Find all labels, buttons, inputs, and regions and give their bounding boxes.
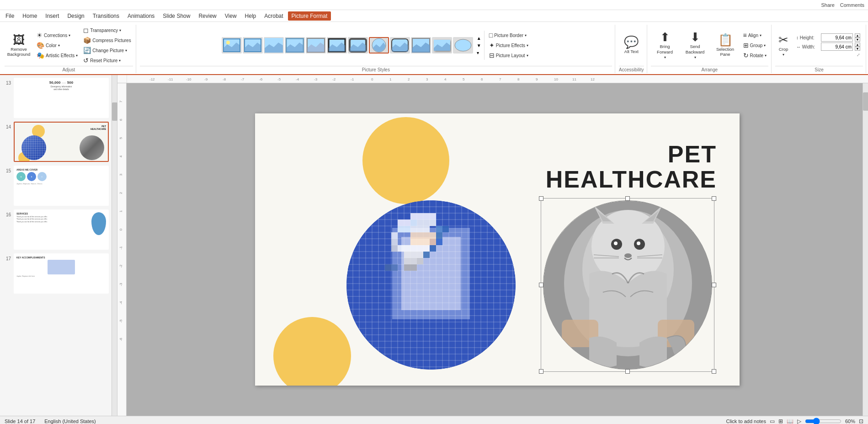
width-spin-down[interactable]: ▼: [855, 47, 860, 51]
style-thumb-7[interactable]: [348, 37, 368, 54]
notes-label[interactable]: Click to add notes: [726, 419, 766, 424]
compress-pictures-button[interactable]: 📦 Compress Pictures: [81, 36, 133, 45]
slide-item-15[interactable]: 15 AREAS WE COVER A B C Jupiter, Neptune…: [2, 165, 110, 207]
svg-rect-155: [410, 264, 417, 271]
artistic-effects-button[interactable]: 🎭 Artistic Effects ▾: [35, 51, 80, 60]
view-normal-icon[interactable]: ▭: [770, 418, 775, 424]
styles-more[interactable]: ▾: [476, 49, 482, 56]
style-thumb-5[interactable]: [306, 37, 326, 54]
picture-layout-button[interactable]: ⊟ Picture Layout ▾: [487, 51, 530, 60]
slide-thumb-16[interactable]: SERVICES Thank you can list all the serv…: [14, 209, 109, 250]
svg-text:7: 7: [499, 77, 501, 81]
svg-rect-143: [398, 245, 404, 252]
svg-text:1: 1: [389, 77, 392, 81]
svg-rect-116: [410, 213, 417, 220]
crop-button[interactable]: ✂ Crop ▾: [775, 33, 792, 58]
slide-canvas[interactable]: PETHEALTHCARE: [255, 113, 740, 386]
cat-circle-right[interactable]: [543, 200, 712, 370]
style-thumb-10[interactable]: [411, 37, 431, 54]
color-button[interactable]: 🎨 Color ▾: [35, 41, 80, 50]
slide-number-15: 15: [3, 166, 11, 173]
menu-animations[interactable]: Animations: [124, 11, 158, 21]
height-input[interactable]: [821, 33, 853, 42]
send-backward-button[interactable]: ⬇ Send Backward ▾: [681, 30, 709, 60]
menu-transitions[interactable]: Transitions: [89, 11, 123, 21]
corrections-button[interactable]: ☀ Corrections ▾: [35, 31, 80, 40]
menu-file[interactable]: File: [2, 11, 18, 21]
size-group: ↕ Height: ▲ ▼ ↔ Width: ▲ ▼: [793, 32, 863, 59]
menu-slideshow[interactable]: Slide Show: [159, 11, 194, 21]
width-input[interactable]: [821, 43, 853, 51]
group-dropdown-icon: ▾: [764, 43, 766, 48]
slide-item-13[interactable]: 13 50,000 —— 500 Emergency informationan…: [2, 77, 110, 119]
styles-scroll-up[interactable]: ▲: [476, 35, 482, 42]
style-thumb-12[interactable]: [453, 37, 473, 54]
menu-acrobat[interactable]: Acrobat: [261, 11, 287, 21]
styles-scroll-down[interactable]: ▼: [476, 42, 482, 49]
menu-insert[interactable]: Insert: [42, 11, 63, 21]
align-button[interactable]: ≡ Align ▾: [741, 31, 768, 40]
svg-text:3: 3: [119, 173, 123, 176]
view-sorter-icon[interactable]: ⊞: [778, 418, 783, 424]
picture-border-button[interactable]: □ Picture Border ▾: [487, 31, 530, 40]
height-spin-up[interactable]: ▲: [855, 33, 860, 38]
style-thumb-1[interactable]: [222, 37, 242, 54]
bring-forward-button[interactable]: ⬆ Bring Forward ▾: [651, 30, 679, 60]
transparency-button[interactable]: ◻ Transparency ▾: [81, 26, 133, 35]
menu-view[interactable]: View: [221, 11, 240, 21]
height-spin-down[interactable]: ▼: [855, 38, 860, 42]
cat-circle-left[interactable]: [346, 200, 516, 370]
svg-point-14: [455, 39, 471, 51]
style-thumb-8[interactable]: [369, 37, 389, 54]
slide-item-14[interactable]: 14 PETHEALTHCARE: [2, 121, 110, 163]
selection-pane-button[interactable]: 📋 Selection Pane: [711, 33, 740, 58]
ruler-horizontal: -12 -11 -10 -9 -8 -7 -6 -5 -4 -3 -2 -1 0…: [117, 75, 868, 83]
picture-effects-button[interactable]: ✦ Picture Effects ▾: [487, 41, 530, 50]
share-button[interactable]: Share: [821, 2, 834, 8]
zoom-slider[interactable]: [805, 419, 841, 424]
width-spin-up[interactable]: ▲: [855, 43, 860, 47]
slide-thumb-17[interactable]: KEY ACCOMPLISHMENTS Jupiter, Neptune inf…: [14, 253, 109, 294]
comments-button[interactable]: Comments: [840, 2, 864, 8]
rotate-button[interactable]: ↻ Rotate ▾: [741, 51, 768, 60]
svg-text:-4: -4: [296, 77, 299, 81]
view-reading-icon[interactable]: 📖: [787, 418, 793, 424]
style-thumb-11[interactable]: [432, 37, 452, 54]
canvas-wrapper: PETHEALTHCARE: [127, 83, 868, 416]
fit-page-icon[interactable]: ⊡: [859, 418, 863, 424]
style-thumb-4[interactable]: [285, 37, 305, 54]
menu-design[interactable]: Design: [64, 11, 88, 21]
color-dropdown-icon: ▾: [58, 43, 60, 48]
slide-thumb-14[interactable]: PETHEALTHCARE: [14, 122, 109, 162]
picture-layout-dropdown: ▾: [527, 54, 528, 58]
alt-text-button[interactable]: 💬 Alt Text: [622, 35, 640, 55]
svg-rect-154: [404, 264, 410, 271]
view-slideshow-icon[interactable]: ▷: [797, 418, 801, 424]
size-expand-icon[interactable]: ⤢: [796, 53, 860, 57]
corrections-dropdown-icon: ▾: [69, 33, 70, 38]
slide-number-17: 17: [3, 253, 11, 261]
slides-scrollbar[interactable]: [112, 75, 117, 416]
remove-background-button[interactable]: 🖼 Remove Background: [5, 33, 33, 58]
artistic-dropdown-icon: ▾: [76, 54, 78, 58]
menu-help[interactable]: Help: [241, 11, 260, 21]
change-picture-button[interactable]: 🔄 Change Picture ▾: [81, 46, 133, 55]
canvas-scrollbar-v[interactable]: [863, 83, 868, 416]
slide-thumb-15[interactable]: AREAS WE COVER A B C Jupiter, Neptune, S…: [14, 166, 109, 206]
style-thumb-6[interactable]: [327, 37, 347, 54]
menu-home[interactable]: Home: [19, 11, 41, 21]
style-thumb-3[interactable]: [264, 37, 284, 54]
reset-picture-button[interactable]: ↺ Reset Picture ▾: [81, 56, 133, 65]
slide-thumb-13[interactable]: 50,000 —— 500 Emergency informationand o…: [14, 78, 109, 118]
menu-picture-format[interactable]: Picture Format: [288, 11, 331, 21]
style-thumb-9[interactable]: [390, 37, 410, 54]
svg-rect-149: [410, 252, 417, 258]
menu-review[interactable]: Review: [195, 11, 220, 21]
group-button[interactable]: ⊞ Group ▾: [741, 41, 768, 50]
svg-text:-5: -5: [277, 77, 281, 81]
slide-item-16[interactable]: 16 SERVICES Thank you can list all the s…: [2, 209, 110, 251]
svg-rect-133: [410, 239, 417, 245]
slide-item-17[interactable]: 17 KEY ACCOMPLISHMENTS Jupiter, Neptune …: [2, 252, 110, 295]
svg-point-175: [624, 253, 632, 258]
style-thumb-2[interactable]: [243, 37, 263, 54]
